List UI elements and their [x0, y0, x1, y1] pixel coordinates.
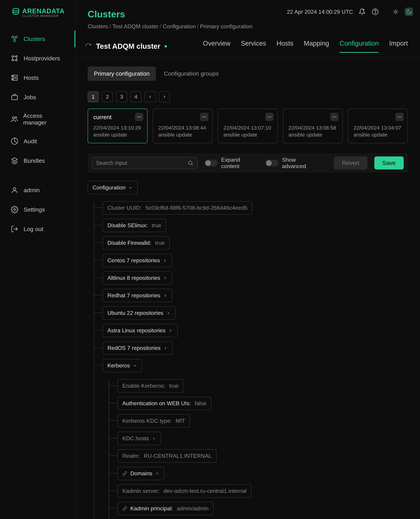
sidebar-item-jobs[interactable]: Jobs: [0, 87, 75, 107]
svg-point-29: [270, 117, 271, 118]
card-menu-button[interactable]: [135, 113, 143, 121]
chevron-down-icon: [128, 185, 133, 190]
page-2[interactable]: 2: [102, 91, 113, 102]
expand-toggle[interactable]: Expand content: [205, 157, 258, 170]
version-card[interactable]: current 22/04/2024 13:10:29 ansible upda…: [88, 109, 148, 143]
page-4[interactable]: 4: [130, 91, 142, 102]
svg-point-32: [336, 117, 336, 118]
sidebar-item-hosts[interactable]: Hosts: [0, 68, 75, 87]
svg-point-4: [12, 56, 13, 57]
card-menu-button[interactable]: [330, 113, 339, 121]
svg-point-11: [13, 79, 13, 80]
card-menu-button[interactable]: [265, 113, 274, 121]
svg-point-14: [15, 117, 17, 118]
tab-import[interactable]: Import: [389, 40, 408, 53]
page-next[interactable]: [159, 91, 170, 102]
sidebar-item-label: Access manager: [23, 112, 65, 126]
config-node[interactable]: Realm:RU-CENTRAL1.INTERNAL: [118, 449, 217, 463]
svg-point-5: [16, 56, 17, 57]
svg-point-27: [268, 117, 269, 118]
config-label: Cluster UUID:: [107, 205, 142, 211]
config-node[interactable]: Domains: [118, 467, 164, 480]
tab-configuration[interactable]: Configuration: [339, 40, 379, 53]
page-1[interactable]: 1: [88, 91, 99, 102]
config-value: MIT: [176, 418, 185, 424]
config-node[interactable]: Altlinux 8 repositories: [103, 271, 172, 285]
sidebar-item-admin[interactable]: admin: [0, 180, 75, 200]
sidebar-item-bundles[interactable]: Bundles: [0, 151, 75, 170]
version-card[interactable]: 22/04/2024 13:08:44 ansible update: [153, 109, 213, 143]
config-node[interactable]: Kerberos KDC type:MIT: [118, 414, 190, 428]
card-title: [288, 114, 337, 121]
config-node[interactable]: Authentication on WEB UIs:false: [118, 397, 211, 410]
refresh-icon[interactable]: [85, 43, 92, 50]
search-input[interactable]: [96, 160, 188, 166]
svg-point-20: [395, 11, 397, 13]
card-desc: ansible update: [93, 132, 142, 138]
sidebar-item-access-manager[interactable]: Access manager: [0, 107, 75, 132]
gear-icon: [10, 205, 19, 214]
card-menu-button[interactable]: [200, 113, 209, 121]
save-button[interactable]: Save: [374, 156, 404, 170]
config-label: RedOS 7 repositories: [107, 345, 161, 351]
sidebar-item-clusters[interactable]: Clusters: [0, 29, 75, 49]
sidebar-item-label: Audit: [24, 138, 37, 145]
config-node[interactable]: Disable Firewalld:true: [103, 236, 170, 250]
sidebar-item-logout[interactable]: Log out: [0, 219, 75, 239]
config-root[interactable]: Configuration: [88, 181, 138, 194]
tab-mapping[interactable]: Mapping: [304, 40, 329, 53]
moon-icon[interactable]: [405, 8, 413, 16]
main: 22 Apr 2024 14:00:29 UTC Clusters Cluste…: [75, 0, 420, 519]
breadcrumb-item[interactable]: Configuration: [163, 23, 195, 30]
revert-button[interactable]: Revert: [334, 156, 367, 170]
svg-point-34: [399, 117, 400, 118]
config-value: true: [169, 383, 179, 389]
tab-services[interactable]: Services: [241, 40, 266, 53]
sidebar-item-audit[interactable]: Audit: [0, 132, 75, 151]
config-node[interactable]: Kadmin principal:admin/admin: [118, 502, 213, 515]
config-label: Enable Kerberos:: [122, 383, 165, 389]
sidebar-item-settings[interactable]: Settings: [0, 200, 75, 219]
config-node[interactable]: Cluster UUID:5c03cf6d-88f6-5708-bc9d-266…: [103, 201, 252, 215]
config-value: 5c03cf6d-88f6-5708-bc9d-266d46c4eed5: [145, 205, 247, 211]
subtab-primary-configuration[interactable]: Primary configuration: [88, 67, 156, 81]
config-value: admin/admin: [177, 505, 209, 512]
version-card[interactable]: 22/04/2024 13:04:07 ansible update: [348, 109, 408, 143]
sun-icon[interactable]: [391, 8, 400, 16]
logout-icon: [10, 225, 19, 233]
config-node[interactable]: Redhat 7 repositories: [103, 289, 172, 302]
config-node[interactable]: Ubuntu 22 repositories: [103, 306, 175, 320]
breadcrumb-item[interactable]: Clusters: [88, 23, 108, 30]
page-3[interactable]: 3: [116, 91, 127, 102]
advanced-toggle[interactable]: Show advanced: [265, 157, 320, 170]
breadcrumb-item[interactable]: Test ADQM cluster: [112, 23, 158, 30]
version-card[interactable]: 22/04/2024 13:06:58 ansible update: [283, 109, 343, 143]
tab-overview[interactable]: Overview: [203, 40, 230, 53]
config-label: Altlinux 8 repositories: [107, 275, 160, 281]
page-prev[interactable]: [145, 91, 156, 102]
svg-point-30: [333, 117, 334, 118]
help-icon[interactable]: [371, 8, 379, 16]
svg-point-23: [140, 117, 141, 118]
card-menu-button[interactable]: [395, 113, 404, 121]
svg-point-31: [334, 117, 335, 118]
config-node[interactable]: Kadmin server:dev-adcm-test.ru-central1.…: [118, 484, 251, 498]
bell-icon[interactable]: [358, 8, 366, 16]
config-node-kerberos[interactable]: Kerberos: [103, 359, 142, 372]
config-node[interactable]: Disable SElinux:true: [103, 219, 166, 232]
cluster-icon: [10, 35, 19, 43]
card-title: [223, 114, 272, 121]
subtab-configuration-groups[interactable]: Configuration groups: [158, 67, 225, 81]
config-node[interactable]: RedOS 7 repositories: [103, 341, 173, 355]
sidebar-item-hostproviders[interactable]: Hostproviders: [0, 49, 75, 68]
brand-logo: ARENADATA CLUSTER MANAGER: [0, 5, 75, 29]
config-node[interactable]: Astra Linux repositories: [103, 324, 178, 337]
svg-point-17: [363, 9, 364, 11]
config-node[interactable]: Enable Kerberos:true: [118, 379, 183, 393]
tab-hosts[interactable]: Hosts: [277, 40, 293, 53]
config-node[interactable]: KDC hosts: [118, 432, 161, 445]
chevron-right-icon: [163, 293, 167, 298]
config-node[interactable]: Centos 7 repositories: [103, 254, 172, 267]
version-card[interactable]: 22/04/2024 13:07:10 ansible update: [218, 109, 278, 143]
topbar: 22 Apr 2024 14:00:29 UTC: [287, 8, 413, 16]
